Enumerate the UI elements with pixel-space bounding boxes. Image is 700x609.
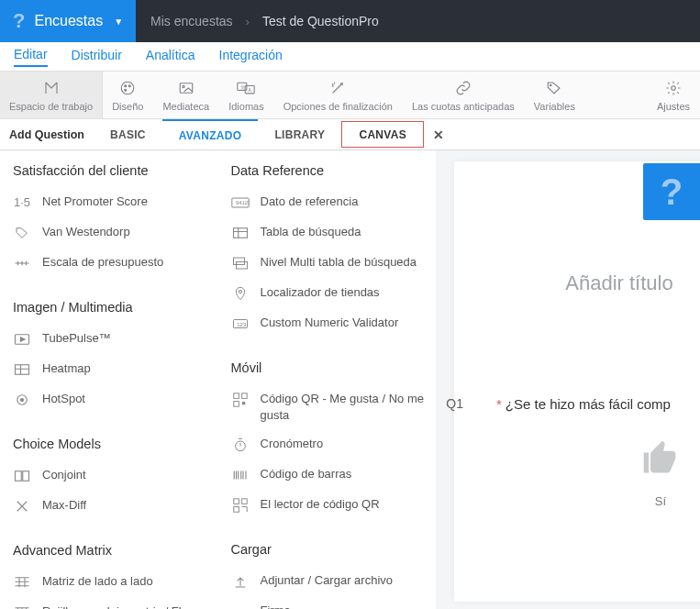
id-icon: 94123	[231, 194, 250, 211]
item-nps[interactable]: 1·5Net Promoter Score	[13, 187, 211, 217]
toolbar: Espacio de trabajo Diseño Mediateca 文A I…	[0, 72, 700, 119]
tb-variables-label: Variables	[534, 101, 575, 112]
svg-rect-13	[16, 365, 29, 375]
pin-icon	[231, 285, 250, 302]
video-icon	[13, 331, 31, 348]
tb-ajustes[interactable]: Ajustes	[648, 72, 700, 118]
required-asterisk: *	[496, 396, 502, 412]
tb-espacio[interactable]: Espacio de trabajo	[0, 72, 103, 118]
question-text: *¿Se te hizo más fácil comp	[496, 396, 671, 412]
brand-badge-icon: ?	[661, 172, 683, 213]
item-firma[interactable]: Firma	[231, 596, 429, 609]
tb-variables[interactable]: Variables	[525, 72, 585, 118]
nav-integracion[interactable]: Integración	[219, 48, 283, 66]
thumbs-up-icon	[640, 437, 681, 478]
svg-text:文: 文	[241, 83, 246, 89]
item-tiendas[interactable]: Localizador de tiendas	[231, 278, 429, 308]
question-tabs: Add Question BASIC AVANZADO LIBRARY CANV…	[0, 119, 700, 150]
svg-point-0	[122, 82, 135, 94]
tag-icon	[13, 225, 31, 241]
workspace-icon	[43, 79, 60, 97]
tab-canvas[interactable]: CANVAS	[341, 121, 424, 148]
item-presupuesto-label: Escala de presupuesto	[42, 254, 163, 271]
item-barcode-label: Código de barras	[261, 466, 352, 482]
item-conjoint[interactable]: Conjoint	[13, 460, 211, 491]
tb-cuotas[interactable]: Las cuotas anticipadas	[403, 72, 525, 118]
item-nps-label: Net Promoter Score	[42, 194, 148, 210]
tab-basic[interactable]: BASIC	[94, 119, 162, 149]
item-tiendas-label: Localizador de tiendas	[261, 284, 380, 301]
item-maxdiff[interactable]: Max-Diff	[13, 491, 211, 521]
item-flexmatrix-label: Rejilla compleja matriz / Flex	[42, 603, 194, 609]
breadcrumb-sep: ›	[246, 15, 250, 28]
item-hotspot[interactable]: HotSpot	[13, 384, 211, 415]
tb-diseno[interactable]: Diseño	[103, 72, 153, 118]
logo-icon: ?	[13, 9, 25, 33]
item-referencia-label: Dato de referencia	[261, 194, 359, 210]
image-icon	[178, 79, 194, 97]
survey-card[interactable]: Añadir título Q1 *¿Se te hizo más fácil …	[454, 161, 700, 602]
item-qrlike[interactable]: Código QR - Me gusta / No me gusta	[231, 384, 429, 429]
item-referencia[interactable]: 94123Dato de referencia	[231, 187, 429, 217]
brand-menu[interactable]: ? Encuestas ▼	[0, 0, 136, 42]
tb-ajustes-label: Ajustes	[657, 101, 690, 112]
h-matrix: Advanced Matrix	[13, 543, 211, 558]
tb-diseno-label: Diseño	[112, 101, 143, 112]
item-qrreader-label: El lector de código QR	[261, 496, 380, 513]
close-panel-button[interactable]: ✕	[424, 119, 453, 149]
item-presupuesto[interactable]: Escala de presupuesto	[13, 248, 211, 278]
svg-rect-33	[233, 507, 239, 513]
svg-rect-28	[233, 402, 239, 407]
h-reference: Data Reference	[231, 163, 429, 178]
item-adjuntar[interactable]: Adjuntar / Cargar archivo	[231, 566, 429, 596]
item-validator[interactable]: 123Custom Numeric Validator	[231, 308, 429, 338]
item-sidebyside[interactable]: Matriz de lado a lado	[13, 567, 211, 597]
item-tabla[interactable]: Tabla de búsqueda	[231, 217, 429, 248]
item-westendorp[interactable]: Van Westendorp	[13, 217, 211, 248]
item-heatmap[interactable]: Heatmap	[13, 354, 211, 384]
svg-text:94123: 94123	[236, 201, 250, 206]
svg-point-23	[239, 290, 241, 293]
question-type-panel: Satisfacción del cliente 1·5Net Promoter…	[0, 150, 436, 609]
tab-avanzado[interactable]: AVANZADO	[162, 119, 259, 149]
svg-point-11	[672, 85, 676, 90]
nav-analitica[interactable]: Analítica	[146, 48, 195, 66]
item-maxdiff-label: Max-Diff	[42, 497, 86, 514]
target-icon	[13, 392, 31, 408]
item-qrlike-label: Código QR - Me gusta / No me gusta	[261, 391, 429, 423]
item-flexmatrix[interactable]: Rejilla compleja matriz / Flex	[13, 597, 211, 609]
qr-reader-icon	[231, 497, 250, 514]
svg-rect-32	[241, 499, 247, 504]
item-qrreader[interactable]: El lector de código QR	[231, 490, 429, 520]
tb-idiomas[interactable]: 文A Idiomas	[219, 72, 274, 118]
h-satisfaccion: Satisfacción del cliente	[13, 163, 211, 178]
svg-point-1	[125, 84, 127, 86]
breadcrumb: Mis encuestas › Test de QuestionPro	[136, 0, 394, 42]
main-nav: Editar Distribuir Analítica Integración	[0, 42, 700, 72]
svg-rect-21	[233, 258, 244, 265]
tab-library[interactable]: LIBRARY	[258, 119, 341, 149]
nav-editar[interactable]: Editar	[14, 47, 48, 67]
item-firma-label: Firma	[261, 603, 291, 609]
tb-mediateca-label: Mediateca	[162, 101, 209, 112]
tb-mediateca[interactable]: Mediateca	[153, 72, 219, 118]
item-barcode[interactable]: Código de barras	[231, 460, 429, 490]
svg-rect-22	[236, 262, 247, 270]
matrix-icon	[13, 574, 31, 591]
breadcrumb-parent[interactable]: Mis encuestas	[150, 14, 232, 28]
language-icon: 文A	[237, 79, 255, 97]
breadcrumb-current: Test de QuestionPro	[262, 14, 379, 28]
item-cronometro-label: Cronómetro	[261, 436, 324, 452]
table-icon	[231, 225, 250, 241]
item-cronometro[interactable]: Cronómetro	[231, 429, 429, 460]
option-yes[interactable]: Sí	[537, 437, 700, 508]
svg-rect-16	[16, 471, 22, 482]
svg-text:A: A	[249, 87, 252, 93]
item-tubepulse[interactable]: TubePulse™	[13, 324, 211, 354]
tb-finalizacion[interactable]: Opciones de finalización	[274, 72, 403, 118]
item-conjoint-label: Conjoint	[42, 467, 86, 483]
item-multitabla[interactable]: Nivel Multi tabla de búsqueda	[231, 248, 429, 278]
svg-point-3	[125, 89, 127, 91]
gear-icon	[665, 79, 682, 97]
nav-distribuir[interactable]: Distribuir	[72, 48, 122, 66]
